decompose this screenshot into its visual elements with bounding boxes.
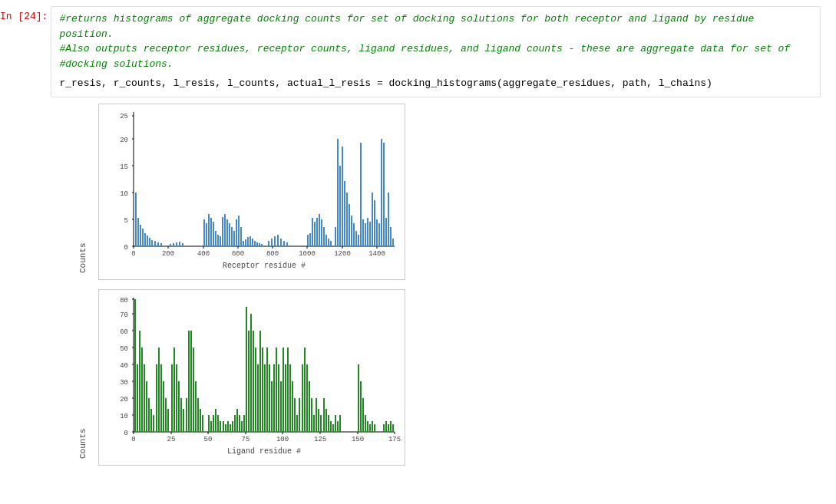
svg-rect-231: [320, 415, 322, 432]
chart1-container: Counts 0 5 10 15 20 25 0 200 400: [49, 104, 405, 283]
svg-rect-110: [378, 223, 380, 246]
svg-rect-180: [197, 398, 199, 432]
comment-block: #returns histograms of aggregate docking…: [59, 12, 812, 71]
svg-rect-71: [259, 243, 260, 246]
svg-rect-199: [246, 307, 247, 432]
svg-rect-76: [277, 235, 279, 246]
svg-rect-82: [312, 218, 313, 246]
svg-rect-56: [224, 214, 226, 246]
svg-rect-244: [367, 421, 368, 432]
svg-rect-87: [323, 227, 325, 246]
svg-rect-69: [254, 241, 256, 246]
svg-rect-188: [220, 421, 221, 432]
svg-rect-62: [238, 216, 240, 246]
svg-text:Ligand residue #: Ligand residue #: [227, 447, 301, 456]
svg-rect-193: [232, 421, 233, 432]
notebook-cell: In [24]: #returns histograms of aggregat…: [0, 0, 836, 104]
svg-rect-113: [385, 218, 387, 246]
svg-text:Receptor residue #: Receptor residue #: [223, 262, 306, 270]
svg-rect-156: [139, 331, 140, 432]
svg-text:600: 600: [232, 250, 244, 258]
svg-rect-92: [337, 139, 339, 246]
svg-rect-168: [167, 409, 169, 432]
svg-rect-201: [250, 314, 252, 432]
svg-rect-46: [182, 243, 183, 246]
svg-rect-50: [210, 218, 212, 246]
svg-rect-40: [157, 242, 159, 246]
svg-text:200: 200: [162, 250, 174, 258]
svg-rect-226: [309, 381, 310, 432]
svg-rect-75: [274, 236, 276, 246]
svg-rect-109: [376, 219, 378, 246]
svg-rect-98: [351, 216, 352, 246]
svg-rect-106: [369, 222, 371, 246]
svg-rect-45: [179, 242, 180, 246]
svg-text:10: 10: [120, 190, 128, 198]
svg-rect-211: [273, 364, 275, 432]
svg-rect-249: [385, 421, 387, 432]
svg-rect-234: [328, 415, 329, 432]
svg-rect-37: [149, 238, 150, 246]
svg-rect-236: [332, 424, 334, 432]
svg-rect-225: [306, 364, 308, 432]
svg-rect-181: [200, 409, 201, 432]
svg-rect-155: [137, 364, 138, 432]
svg-text:0: 0: [124, 430, 128, 437]
svg-text:15: 15: [120, 163, 128, 171]
cell-label: In [24]:: [0, 6, 51, 97]
svg-rect-233: [325, 409, 327, 432]
svg-rect-81: [309, 233, 311, 246]
svg-rect-57: [226, 219, 228, 246]
var-l-resis: l_resis: [173, 77, 216, 89]
code-line: r_resis, r_counts, l_resis, l_counts, ac…: [59, 74, 812, 92]
svg-rect-183: [208, 415, 210, 432]
svg-rect-248: [383, 424, 385, 432]
svg-rect-192: [230, 424, 231, 432]
svg-rect-84: [316, 218, 318, 246]
svg-rect-32: [137, 218, 139, 246]
svg-rect-194: [234, 415, 236, 432]
svg-rect-60: [233, 231, 235, 246]
var-r-counts: r_counts: [114, 77, 161, 89]
svg-rect-97: [349, 204, 350, 246]
svg-text:100: 100: [276, 436, 289, 443]
svg-rect-160: [148, 398, 150, 432]
svg-rect-55: [222, 217, 223, 246]
svg-rect-91: [335, 227, 336, 246]
svg-text:125: 125: [314, 436, 326, 443]
svg-rect-243: [365, 415, 366, 432]
svg-rect-115: [390, 227, 392, 246]
svg-text:30: 30: [120, 379, 128, 387]
svg-rect-185: [213, 415, 214, 432]
svg-rect-157: [141, 348, 143, 432]
svg-rect-162: [153, 415, 154, 432]
svg-rect-221: [296, 415, 298, 432]
svg-rect-88: [325, 235, 327, 246]
svg-rect-47: [203, 219, 205, 246]
svg-rect-187: [217, 415, 219, 432]
cell-body: #returns histograms of aggregate docking…: [51, 6, 821, 97]
svg-rect-43: [173, 243, 174, 246]
svg-rect-93: [339, 166, 341, 246]
chart1-svg: 0 5 10 15 20 25 0 200 400 600 800 1000 1…: [98, 104, 405, 280]
svg-rect-90: [330, 241, 332, 246]
svg-rect-213: [278, 364, 279, 432]
svg-rect-112: [383, 143, 385, 246]
svg-rect-202: [253, 331, 254, 432]
var-actual-l-resis: actual_l_resis: [287, 77, 371, 89]
svg-rect-250: [388, 424, 389, 432]
svg-rect-48: [206, 223, 207, 246]
svg-rect-214: [280, 381, 282, 432]
svg-text:0: 0: [131, 250, 135, 258]
svg-rect-96: [346, 193, 348, 246]
chart1-y-label: Counts: [78, 243, 88, 274]
svg-rect-77: [280, 239, 282, 246]
svg-rect-184: [210, 421, 212, 432]
svg-rect-42: [170, 244, 171, 246]
svg-text:20: 20: [120, 137, 128, 144]
svg-rect-177: [190, 331, 192, 432]
svg-rect-195: [236, 409, 238, 432]
svg-rect-166: [163, 381, 164, 432]
svg-rect-51: [213, 222, 214, 246]
svg-rect-198: [243, 415, 245, 432]
